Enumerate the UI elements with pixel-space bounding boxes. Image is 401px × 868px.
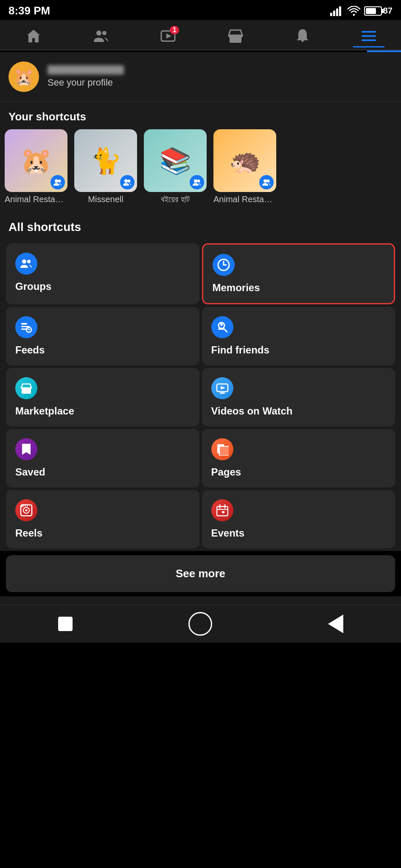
shortcut-badge [190, 175, 204, 189]
status-icons: 87 [330, 6, 393, 16]
shortcut-label: Animal Restaurant [5, 195, 67, 204]
friends-icon [93, 28, 109, 45]
svg-rect-0 [330, 13, 332, 16]
shortcut-label: Missenell [88, 195, 123, 204]
shortcut-badge [120, 175, 135, 189]
svg-rect-45 [222, 511, 224, 513]
svg-point-5 [102, 31, 107, 35]
svg-point-36 [25, 509, 28, 512]
spacer [0, 596, 401, 605]
profile-name [48, 65, 124, 75]
nav-menu[interactable] [353, 28, 384, 47]
feeds-icon [15, 316, 37, 338]
shortcut-item[interactable]: 🦔 Animal Restaurant ... [213, 129, 277, 204]
menu-cell-label: Pages [211, 466, 241, 478]
battery-pct: 87 [383, 6, 393, 16]
wifi-icon [347, 6, 361, 16]
bell-icon [294, 28, 311, 45]
groups-icon [15, 253, 37, 275]
svg-point-26 [220, 323, 223, 326]
svg-marker-29 [221, 386, 225, 389]
menu-cell-events[interactable]: Events [202, 490, 395, 548]
nav-marketplace[interactable] [219, 24, 252, 50]
nav-friends[interactable] [84, 24, 118, 50]
shortcut-badge [259, 175, 274, 189]
menu-cell-label: Memories [213, 282, 260, 294]
svg-rect-37 [25, 505, 26, 506]
menu-cell-marketplace[interactable]: Marketplace [6, 368, 199, 426]
marketplace-menu-icon [15, 377, 37, 399]
menu-cell-label: Find friends [211, 344, 269, 356]
svg-point-15 [264, 179, 267, 183]
profile-section[interactable]: 🐹 See your profile [0, 52, 401, 102]
svg-point-18 [27, 260, 31, 263]
marketplace-icon [227, 28, 244, 45]
saved-icon [15, 438, 37, 460]
bottom-nav [0, 605, 401, 643]
svg-rect-38 [27, 505, 28, 506]
shortcut-label: Animal Restaurant ... [213, 195, 276, 204]
svg-point-14 [197, 180, 200, 183]
watch-badge: 1 [170, 26, 179, 34]
menu-cell-videos-on-watch[interactable]: Videos on Watch [202, 368, 395, 426]
shortcut-label: বইয়ের হাট [161, 195, 190, 204]
menu-cell-reels[interactable]: Reels [6, 490, 199, 548]
shortcut-item[interactable]: 📚 বইয়ের হাট [143, 129, 207, 204]
menu-grid: Groups Memories Feeds [0, 241, 401, 551]
shortcut-img: 🐹 [5, 129, 67, 192]
menu-cell-groups[interactable]: Groups [6, 243, 199, 304]
menu-cell-label: Marketplace [15, 405, 74, 417]
nav-notifications[interactable] [286, 24, 320, 50]
svg-rect-3 [339, 6, 341, 16]
svg-rect-1 [333, 11, 335, 16]
memories-icon [213, 254, 235, 276]
menu-cell-feeds[interactable]: Feeds [6, 307, 199, 365]
menu-icon [362, 31, 376, 41]
bottom-nav-square[interactable] [58, 617, 73, 631]
avatar: 🐹 [8, 61, 39, 92]
menu-cell-memories[interactable]: Memories [202, 243, 395, 304]
find-friends-icon [211, 316, 233, 338]
svg-point-13 [194, 179, 197, 183]
signal-icon [330, 6, 344, 16]
shortcut-img: 📚 [144, 129, 207, 192]
shortcut-img: 🐈 [74, 129, 137, 192]
nav-watch[interactable]: 1 [151, 24, 185, 50]
nav-home[interactable] [17, 24, 50, 50]
status-time: 8:39 PM [8, 4, 50, 17]
svg-point-16 [267, 180, 270, 183]
menu-cell-label: Groups [15, 281, 51, 292]
menu-cell-label: Videos on Watch [211, 405, 293, 417]
see-more-button[interactable]: See more [6, 555, 395, 592]
profile-info: See your profile [48, 65, 124, 88]
svg-point-9 [55, 179, 58, 183]
menu-cell-label: Saved [15, 466, 45, 478]
menu-cell-find-friends[interactable]: Find friends [202, 307, 395, 365]
menu-cell-saved[interactable]: Saved [6, 429, 199, 487]
home-icon [25, 28, 42, 45]
shortcut-item[interactable]: 🐹 Animal Restaurant [4, 129, 68, 204]
svg-rect-20 [21, 323, 27, 325]
nav-bar: 1 [0, 20, 401, 50]
videos-on-watch-icon [211, 377, 233, 399]
bottom-nav-back[interactable] [328, 615, 343, 633]
svg-point-12 [128, 180, 131, 183]
reels-icon [15, 499, 37, 521]
svg-point-11 [124, 179, 128, 183]
svg-marker-7 [166, 33, 171, 39]
menu-cell-pages[interactable]: Pages [202, 429, 395, 487]
shortcuts-scroll[interactable]: 🐹 Animal Restaurant 🐈 Missenell 📚 [0, 129, 401, 211]
menu-cell-label: Feeds [15, 344, 45, 356]
shortcut-badge [50, 175, 65, 189]
shortcuts-title: Your shortcuts [0, 102, 401, 129]
pages-icon [211, 438, 233, 460]
svg-rect-32 [219, 446, 229, 456]
svg-point-10 [58, 180, 61, 183]
shortcut-item[interactable]: 🐈 Missenell [74, 129, 137, 204]
bottom-nav-circle[interactable] [188, 612, 212, 636]
svg-rect-2 [336, 8, 338, 16]
avatar-emoji: 🐹 [13, 67, 34, 87]
shortcuts-section: Your shortcuts 🐹 Animal Restaurant 🐈 Mis… [0, 102, 401, 211]
all-shortcuts-title: All shortcuts [0, 211, 401, 241]
shortcut-img: 🦔 [213, 129, 276, 192]
